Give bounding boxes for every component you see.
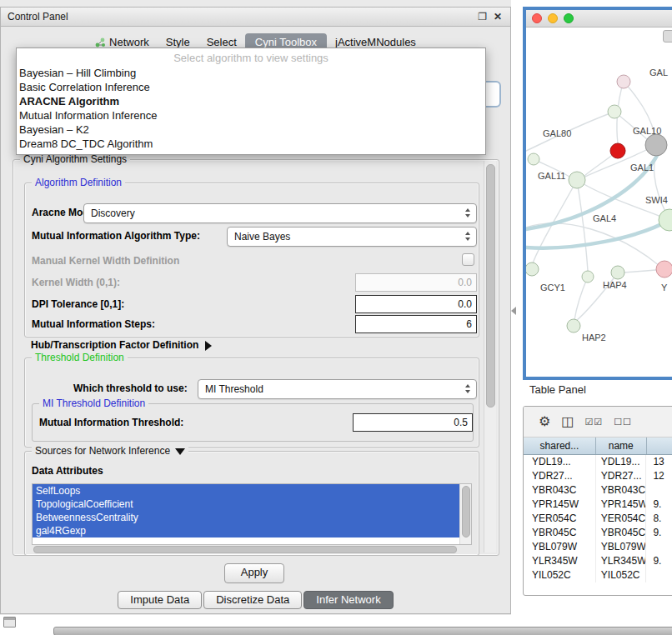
list-item[interactable]: TopologicalCoefficient (33, 498, 459, 511)
network-node[interactable] (569, 172, 585, 188)
mi-steps-label: Mutual Information Steps: (32, 318, 155, 330)
table-row[interactable]: YER054CYER054C8. (524, 512, 672, 526)
column-header-shared-name[interactable]: shared... (524, 438, 596, 454)
network-node[interactable] (645, 134, 667, 156)
dpi-tolerance-field[interactable]: 0.0 (355, 295, 477, 313)
column-header-name[interactable]: name (596, 438, 647, 454)
apply-button[interactable]: Apply (224, 563, 284, 583)
tab-discretize-data[interactable]: Discretize Data (203, 591, 302, 609)
network-node[interactable] (656, 261, 672, 278)
table-row[interactable]: YPR145WYPR145W9. (524, 498, 672, 512)
collapsed-panel-icon[interactable] (3, 617, 16, 628)
group-title: MI Threshold Definition (39, 398, 148, 409)
horizontal-scrollbar[interactable] (33, 546, 457, 553)
manual-kernel-checkbox[interactable] (462, 253, 474, 266)
kernel-width-field[interactable]: 0.0 (355, 273, 477, 292)
group-title: Cyni Algorithm Settings (20, 154, 130, 165)
manual-kernel-label: Manual Kernel Width Definition (32, 255, 179, 267)
table-cell: YBR043C (596, 483, 647, 498)
close-icon[interactable]: ✕ (494, 11, 502, 22)
control-panel-titlebar: Control Panel ❐ ✕ (1, 8, 510, 27)
canvas-scrollbar-nub[interactable] (663, 30, 672, 42)
network-canvas[interactable]: GALGAL80GAL10GAL11GAL1SWI4GAL4GCY1HAP4HA… (526, 28, 672, 377)
zoom-traffic-light[interactable] (564, 13, 574, 23)
expand-right-icon[interactable] (205, 341, 212, 351)
menu-item-dream8[interactable]: Dream8 DC_TDC Algorithm (17, 137, 485, 151)
scrollbar-thumb[interactable] (486, 164, 495, 408)
hub-definition-toggle[interactable]: Hub/Transcription Factor Definition (31, 339, 212, 351)
table-columns-icon[interactable]: ◫ (561, 415, 574, 428)
minimize-traffic-light[interactable] (548, 13, 558, 23)
tab-label: Cyni Toolbox (255, 36, 317, 48)
table-row[interactable]: YBR045CYBR045C9. (524, 526, 672, 540)
table-toolbar: ⚙ ◫ ☑☑ ☐☐ (524, 407, 672, 438)
network-node[interactable] (659, 209, 672, 231)
network-node[interactable] (611, 266, 624, 279)
gear-icon[interactable]: ⚙ (539, 415, 550, 428)
bottom-collapsed-bar[interactable] (53, 627, 672, 635)
list-scrollbar[interactable] (459, 484, 471, 544)
network-node-label: GAL11 (538, 171, 565, 181)
algorithm-definition-group: Algorithm Definition Aracne Mode: Discov… (24, 182, 479, 338)
table-row[interactable]: YBR043CYBR043C (524, 483, 672, 498)
tab-label: Select (207, 36, 237, 48)
table-row[interactable]: YDL19...YDL19...13 (524, 455, 672, 469)
table-cell: YDR27... (596, 469, 647, 483)
mi-threshold-field[interactable]: 0.5 (353, 413, 473, 432)
scrollbar-thumb[interactable] (462, 486, 470, 538)
list-item[interactable]: BetweennessCentrality (33, 511, 459, 524)
table-cell: YDL19... (524, 455, 596, 469)
table-header: shared... name (524, 438, 672, 455)
sources-toggle[interactable]: Sources for Network Inference (32, 446, 188, 457)
table-cell: YBR043C (524, 483, 596, 498)
close-traffic-light[interactable] (532, 13, 542, 23)
split-pane-handle[interactable] (511, 307, 516, 315)
table-row[interactable]: YDR27...YDR27...12 (524, 469, 672, 483)
network-node[interactable] (567, 319, 580, 332)
table-row[interactable]: YIL052CYIL052C (524, 568, 672, 582)
list-items: SelfLoops TopologicalCoefficient Between… (33, 484, 459, 544)
sources-title: Sources for Network Inference (35, 445, 170, 457)
network-node-label: GAL10 (633, 126, 661, 136)
collapse-down-icon[interactable] (175, 448, 185, 455)
network-node-label: GAL (649, 68, 668, 78)
network-node[interactable] (528, 153, 539, 165)
menu-item-basic-correlation[interactable]: Basic Correlation Inference (17, 80, 485, 94)
table-row[interactable]: YLR345WYLR345W9. (524, 554, 672, 568)
group-title: Threshold Definition (32, 352, 128, 363)
list-item[interactable]: SelfLoops (33, 484, 459, 498)
tab-impute-data[interactable]: Impute Data (118, 591, 202, 609)
table-cell (646, 483, 672, 498)
settings-scrollbar[interactable] (484, 161, 496, 552)
list-item[interactable]: gal4RGexp (33, 524, 459, 538)
mi-algorithm-type-select[interactable]: Naive Bayes (227, 227, 477, 247)
column-header-partial[interactable] (647, 438, 672, 454)
table-cell: YIL052C (596, 568, 647, 582)
table-row[interactable]: YBL079WYBL079W (524, 540, 672, 554)
menu-item-aracne[interactable]: ARACNE Algorithm (17, 94, 485, 108)
network-graph: GALGAL80GAL10GAL11GAL1SWI4GAL4GCY1HAP4HA… (526, 28, 672, 377)
panel-title: Control Panel (1, 11, 68, 22)
network-node[interactable] (608, 105, 621, 118)
network-node[interactable] (610, 143, 625, 158)
deselect-all-checkboxes-icon[interactable]: ☐☐ (614, 415, 632, 428)
threshold-definition-group: Threshold Definition Which threshold to … (24, 358, 479, 448)
aracne-mode-select[interactable]: Discovery (83, 203, 477, 223)
application: Control Panel ❐ ✕ Network Style (0, 0, 672, 635)
network-window-titlebar (526, 10, 672, 28)
mi-steps-field[interactable]: 6 (355, 315, 477, 333)
selected-value: Discovery (84, 204, 476, 222)
combo-arrows-icon (464, 232, 471, 241)
which-threshold-select[interactable]: MI Threshold (198, 379, 477, 399)
network-node[interactable] (526, 262, 539, 276)
network-node[interactable] (582, 271, 594, 282)
table-cell: YPR145W (524, 498, 596, 512)
menu-item-bayesian-k2[interactable]: Bayesian – K2 (17, 122, 485, 137)
table-cell: YDL19... (596, 455, 647, 469)
tab-infer-network[interactable]: Infer Network (303, 591, 393, 609)
network-node[interactable] (617, 75, 630, 88)
menu-item-bayesian-hill-climbing[interactable]: Bayesian – Hill Climbing (17, 66, 485, 80)
menu-item-mutual-information[interactable]: Mutual Information Inference (17, 108, 485, 122)
select-all-checkboxes-icon[interactable]: ☑☑ (584, 415, 603, 428)
float-window-icon[interactable]: ❐ (478, 11, 487, 22)
